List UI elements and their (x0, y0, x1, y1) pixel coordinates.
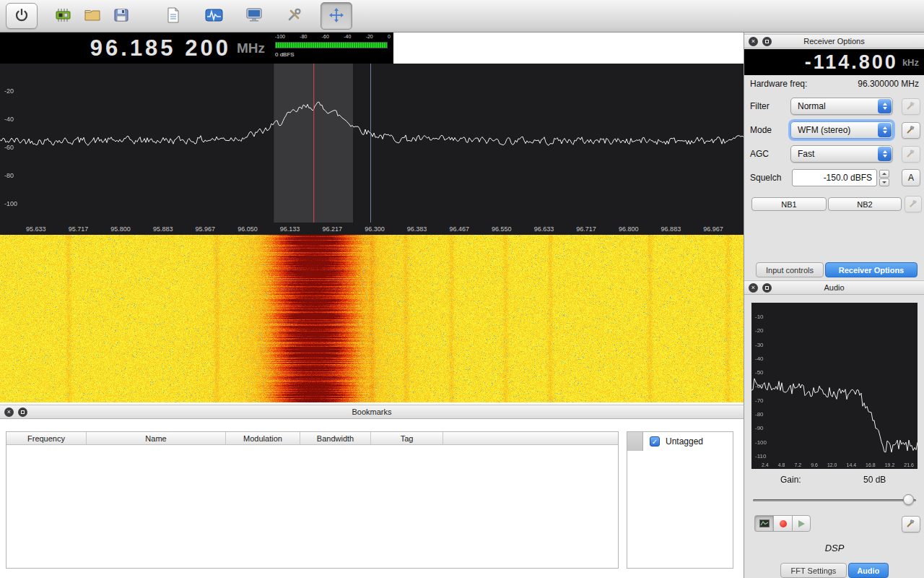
right-sidebar: × Receiver Options -114.800 kHz Hardware… (744, 33, 924, 578)
hardware-freq-value: 96.300000 MHz (858, 79, 919, 89)
fullscreen-button[interactable] (240, 2, 269, 30)
tick-label: -10 (755, 314, 767, 320)
audio-play-button[interactable] (792, 515, 811, 532)
audio-panel-header: × Audio (744, 280, 924, 295)
dsp-label: DSP (744, 543, 924, 553)
save-file-button[interactable] (107, 2, 136, 30)
gain-slider[interactable] (753, 493, 916, 506)
pan-zoom-button[interactable] (321, 2, 352, 30)
spectrum-plot[interactable]: -20-40-60-80-100 95.63395.71795.80095.88… (0, 64, 744, 235)
noise-blanker-row: NB1 NB2 (744, 195, 924, 214)
squelch-input[interactable]: -150.0 dBFS (792, 169, 877, 186)
spin-up-button[interactable] (879, 170, 889, 178)
nb1-button[interactable]: NB1 (751, 197, 827, 211)
tick-label: -100 (755, 440, 767, 446)
iq-recorder-button[interactable] (159, 2, 188, 30)
tick-label: -100 (4, 200, 26, 207)
chevron-up-down-icon (878, 123, 892, 137)
detach-icon[interactable] (762, 283, 772, 293)
tick-label: -20 (366, 34, 373, 39)
tick-label: 4.8 (778, 462, 785, 467)
tick-label: 96.050 (237, 225, 258, 233)
tab-fft-settings[interactable]: FFT Settings (780, 563, 847, 578)
io-devices-button[interactable] (49, 2, 78, 30)
tick-label: 21.6 (904, 462, 914, 467)
open-folder-icon (84, 8, 101, 25)
dsp-toggle-button[interactable] (199, 2, 228, 30)
tick-label: 7.2 (794, 462, 801, 467)
column-header[interactable]: Name (87, 432, 226, 444)
tick-label: 95.967 (196, 225, 216, 233)
spectrum-canvas[interactable] (0, 64, 744, 223)
frequency-display[interactable]: 96.185 200 MHz (0, 33, 272, 64)
column-header[interactable]: Tag (371, 432, 443, 444)
meter-readout: 0 dBFS (275, 51, 295, 58)
bottom-tabbar: FFT Settings Audio (780, 562, 890, 578)
tick-label: -40 (755, 356, 767, 362)
mode-row: Mode WFM (stereo) (744, 121, 924, 140)
open-file-button[interactable] (78, 2, 107, 30)
tag-checkbox[interactable]: ✓ (650, 436, 660, 447)
audio-x-axis: 2.44.87.29.612.014.416.819.221.6 (762, 462, 914, 467)
audio-spectrum-plot[interactable]: -10-20-30-40-50-60-70-80-90-100-110 2.44… (751, 303, 918, 469)
save-icon (113, 8, 129, 25)
column-header[interactable]: Bandwidth (300, 432, 371, 444)
offset-digits[interactable]: -114.800 (805, 51, 898, 74)
mode-select[interactable]: WFM (stereo) (790, 121, 893, 139)
tab-input-controls[interactable]: Input controls (756, 262, 824, 277)
squelch-row: Squelch -150.0 dBFS A (744, 169, 924, 188)
offset-frequency-display[interactable]: -114.800 kHz (744, 49, 924, 75)
detach-icon[interactable] (18, 407, 27, 417)
audio-spectrum-canvas[interactable] (751, 303, 918, 469)
close-icon[interactable]: × (749, 283, 758, 293)
tick-label: 95.883 (153, 225, 173, 233)
audio-record-button[interactable] (773, 515, 792, 532)
tick-label: 2.4 (762, 462, 769, 467)
tick-label: 96.967 (703, 225, 723, 233)
toolbar (0, 0, 924, 33)
tag-row[interactable]: ✓Untagged (627, 432, 733, 451)
tick-label: -80 (4, 172, 26, 179)
tag-label: Untagged (666, 436, 703, 447)
close-icon[interactable]: × (4, 407, 14, 417)
slider-groove[interactable] (753, 499, 916, 501)
tick-label: -60 (4, 144, 26, 151)
auto-squelch-button[interactable]: A (902, 169, 920, 186)
column-header[interactable]: Modulation (226, 432, 300, 444)
gain-value: 50 dB (863, 475, 886, 485)
filter-select[interactable]: Normal (790, 98, 893, 115)
tick-label: -80 (755, 412, 767, 418)
tag-list: ✓Untagged (627, 431, 733, 569)
agc-select[interactable]: Fast (790, 145, 893, 163)
pan-arrows-icon (328, 7, 344, 25)
mode-config-button[interactable] (902, 122, 920, 139)
tab-audio[interactable]: Audio (848, 563, 889, 578)
monitor-icon (245, 7, 263, 25)
tick-label: 95.717 (69, 225, 89, 233)
tick-label: 9.6 (811, 462, 818, 467)
meter-bar (275, 42, 388, 48)
tab-receiver-options[interactable]: Receiver Options (825, 262, 918, 277)
frequency-digits[interactable]: 96.185 200 (90, 35, 231, 61)
nb2-button[interactable]: NB2 (828, 197, 902, 211)
play-icon (798, 520, 805, 527)
spin-down-button[interactable] (879, 178, 889, 186)
chevron-up-down-icon (878, 147, 892, 161)
tick-label: 16.8 (866, 462, 876, 467)
power-button[interactable] (6, 3, 38, 29)
tick-label: -20 (755, 328, 767, 334)
close-icon[interactable]: × (749, 37, 758, 46)
audio-fft-toggle-button[interactable] (754, 515, 773, 532)
detach-icon[interactable] (762, 37, 772, 46)
waterfall[interactable] (0, 235, 744, 402)
bookmarks-panel: × Bookmarks FrequencyNameModulationBandw… (0, 402, 744, 578)
tick-label: -50 (755, 370, 767, 376)
hammer-icon (906, 148, 916, 161)
column-header[interactable]: Frequency (6, 432, 87, 444)
settings-button[interactable] (280, 2, 309, 30)
audio-config-button[interactable] (902, 516, 920, 532)
nb-config-button (905, 196, 922, 212)
power-icon (14, 8, 29, 25)
tick-label: -100 (275, 34, 285, 39)
slider-knob[interactable] (903, 494, 914, 505)
